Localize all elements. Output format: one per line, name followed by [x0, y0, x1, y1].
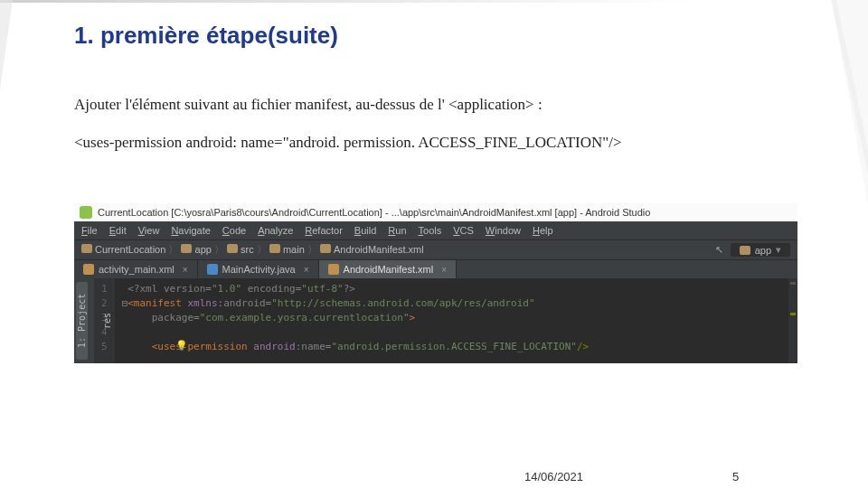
crumb-2[interactable]: src	[241, 244, 254, 255]
file-icon	[328, 264, 339, 275]
menu-window[interactable]: Window	[486, 225, 521, 236]
menu-file[interactable]: File	[81, 225, 98, 236]
folder-icon	[181, 244, 192, 253]
menu-code[interactable]: Code	[222, 225, 246, 236]
folder-icon	[269, 244, 280, 253]
menu-refactor[interactable]: Refactor	[305, 225, 343, 236]
file-icon	[207, 264, 218, 275]
breadcrumb-bar[interactable]: CurrentLocation 〉 app 〉 src 〉 main 〉 And…	[74, 239, 797, 259]
instruction-text: Ajouter l'élément suivant au fichier man…	[74, 96, 814, 114]
folder-icon	[320, 244, 331, 253]
crumb-3[interactable]: main	[283, 244, 305, 255]
slide-number: 5	[732, 470, 739, 483]
project-icon	[81, 244, 92, 253]
run-config-label: app	[755, 245, 771, 256]
tool-window-bar[interactable]: 1: Project res	[74, 278, 94, 363]
menu-analyze[interactable]: Analyze	[258, 225, 293, 236]
folder-icon	[227, 244, 238, 253]
error-stripe[interactable]	[788, 278, 797, 363]
crumb-separator: 〉	[212, 244, 227, 255]
module-icon	[740, 246, 750, 255]
menu-bar[interactable]: FileEditViewNavigateCodeAnalyzeRefactorB…	[74, 221, 797, 239]
crumb-separator: 〉	[305, 244, 320, 255]
code-snippet: <uses-permission android: name="android.…	[74, 134, 814, 152]
close-icon[interactable]: ×	[304, 265, 309, 275]
crumb-separator: 〉	[254, 244, 269, 255]
code-editor[interactable]: <?xml version="1.0" encoding="utf-8"?> ⊟…	[115, 278, 797, 363]
window-title-text: CurrentLocation [C:\yosra\Paris8\cours\A…	[98, 207, 650, 218]
chevron-down-icon: ▾	[776, 244, 781, 256]
menu-run[interactable]: Run	[388, 225, 406, 236]
android-studio-screenshot: CurrentLocation [C:\yosra\Paris8\cours\A…	[74, 203, 797, 363]
menu-edit[interactable]: Edit	[109, 225, 127, 236]
project-tool-tab[interactable]: 1: Project	[76, 282, 88, 360]
close-icon[interactable]: ×	[183, 265, 188, 275]
file-icon	[83, 264, 94, 275]
menu-tools[interactable]: Tools	[419, 225, 442, 236]
menu-help[interactable]: Help	[533, 225, 553, 236]
menu-view[interactable]: View	[138, 225, 160, 236]
editor-tabs[interactable]: activity_main.xml×MainActivity.java×Andr…	[74, 259, 797, 278]
tab-mainactivity-java[interactable]: MainActivity.java×	[198, 260, 319, 278]
res-tool-tab[interactable]: res	[102, 282, 112, 360]
run-config-selector[interactable]: app ▾	[731, 243, 790, 257]
lightbulb-icon[interactable]: 💡	[175, 339, 188, 353]
window-titlebar: CurrentLocation [C:\yosra\Paris8\cours\A…	[74, 203, 797, 221]
menu-build[interactable]: Build	[354, 225, 376, 236]
tab-androidmanifest-xml[interactable]: AndroidManifest.xml×	[319, 260, 458, 278]
close-icon[interactable]: ×	[441, 265, 447, 275]
menu-navigate[interactable]: Navigate	[171, 225, 210, 236]
nav-back-icon[interactable]: ↖	[715, 244, 723, 256]
slide-title: 1. première étape(suite)	[74, 22, 338, 50]
crumb-4[interactable]: AndroidManifest.xml	[334, 244, 424, 255]
crumb-separator: 〉	[165, 244, 181, 255]
tab-activity_main-xml[interactable]: activity_main.xml×	[74, 260, 198, 278]
app-icon	[80, 206, 92, 219]
crumb-1[interactable]: app	[195, 244, 212, 255]
slide-date: 14/06/2021	[524, 470, 583, 483]
crumb-0[interactable]: CurrentLocation	[95, 244, 165, 255]
menu-vcs[interactable]: VCS	[453, 225, 474, 236]
